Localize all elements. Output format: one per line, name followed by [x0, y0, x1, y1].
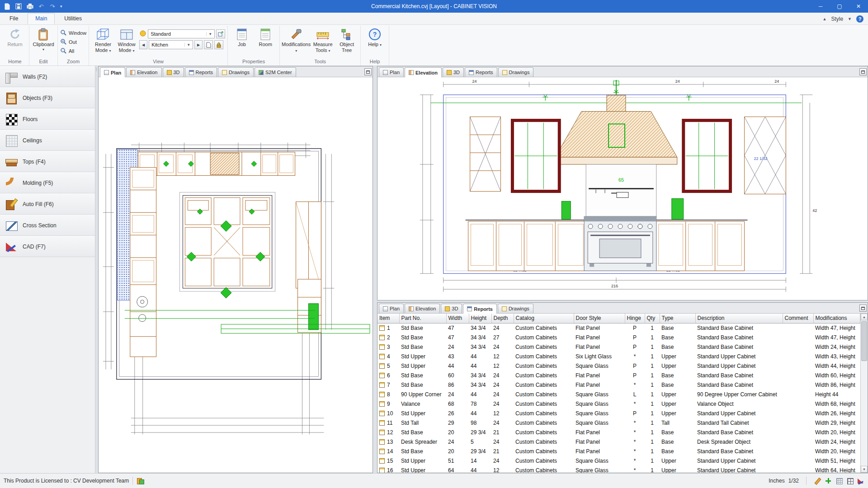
- grid-snap-icon[interactable]: [846, 477, 854, 484]
- room-select[interactable]: Kitchen ▼: [149, 40, 193, 49]
- tab-s2m-center[interactable]: S2M Center: [255, 67, 296, 77]
- column-header-hinge[interactable]: Hinge: [625, 314, 645, 323]
- table-row[interactable]: 10Std Upper264412Custom CabinetsSquare G…: [377, 408, 860, 418]
- tab-drawings[interactable]: Drawings: [218, 67, 254, 77]
- style-select[interactable]: Standard ▼: [148, 29, 215, 38]
- table-row[interactable]: 13Desk Spreader24524Custom CabinetsFlat …: [377, 437, 860, 446]
- modifications-button[interactable]: Modifications ▾: [282, 26, 310, 53]
- apply-style-button[interactable]: [216, 29, 225, 38]
- style-menu[interactable]: Style: [831, 16, 843, 22]
- column-header-comment[interactable]: Comment: [783, 314, 813, 323]
- render-mode-button[interactable]: Render Mode ▾: [91, 26, 115, 53]
- tab-drawings[interactable]: Drawings: [498, 304, 533, 313]
- column-header-door-style[interactable]: Door Style: [574, 314, 625, 323]
- table-row[interactable]: 2Std Base4734 3/427Custom CabinetsFlat P…: [377, 333, 860, 342]
- help-icon[interactable]: ?: [856, 15, 863, 23]
- sidebar-item-cad-f7[interactable]: CAD (F7): [0, 236, 95, 257]
- precision-label[interactable]: 1/32: [788, 478, 799, 484]
- scroll-up-icon[interactable]: ▲: [861, 314, 868, 320]
- tab-main[interactable]: Main: [28, 13, 55, 24]
- grid-toggle-icon[interactable]: [835, 477, 843, 484]
- previous-room-button[interactable]: ◀: [139, 40, 147, 49]
- new-file-icon[interactable]: [4, 3, 11, 10]
- tab-3d[interactable]: 3D: [163, 67, 184, 77]
- tab-utilities[interactable]: Utilities: [57, 13, 90, 24]
- reports-vertical-scrollbar[interactable]: ▲ ▼: [860, 314, 868, 473]
- maximize-plan-panel-button[interactable]: [364, 68, 372, 75]
- undo-icon[interactable]: ↶: [38, 3, 45, 10]
- column-header-width[interactable]: Width: [446, 314, 469, 323]
- sidebar-item-tops-f4[interactable]: Tops (F4): [0, 151, 95, 172]
- table-row[interactable]: 890 Upper Corner244424Custom CabinetsSqu…: [377, 389, 860, 399]
- table-row[interactable]: 16Std Upper644412Custom CabinetsSquare G…: [377, 465, 860, 473]
- sidebar-item-auto-fill-f6[interactable]: Auto Fill (F6): [0, 193, 95, 215]
- units-label[interactable]: Inches: [769, 478, 784, 484]
- close-button[interactable]: ✕: [849, 0, 868, 13]
- job-button[interactable]: Job: [230, 26, 254, 47]
- zoom-out-button[interactable]: Out: [60, 38, 86, 46]
- sidebar-splitter[interactable]: ⦙: [95, 66, 98, 473]
- window-mode-button[interactable]: Window Mode ▾: [115, 26, 138, 53]
- tab-elevation[interactable]: Elevation: [126, 67, 161, 77]
- column-header-description[interactable]: Description: [695, 314, 783, 323]
- tab-drawings[interactable]: Drawings: [498, 67, 534, 77]
- column-header-height[interactable]: Height: [469, 314, 491, 323]
- sidebar-item-walls-f2[interactable]: Walls (F2): [0, 66, 95, 87]
- tab-3d[interactable]: 3D: [443, 67, 464, 77]
- scrollbar-thumb[interactable]: [861, 321, 867, 361]
- column-header-type[interactable]: Type: [660, 314, 695, 323]
- tab-reports[interactable]: Reports: [185, 67, 217, 77]
- snap-toggle-icon[interactable]: [825, 477, 832, 484]
- scroll-down-icon[interactable]: ▼: [861, 466, 868, 473]
- maximize-elevation-panel-button[interactable]: [859, 68, 867, 75]
- plan-drawing-canvas[interactable]: [99, 77, 373, 473]
- table-row[interactable]: 4Std Upper434412Custom CabinetsSix Light…: [377, 352, 860, 361]
- lock-room-button[interactable]: [214, 40, 223, 49]
- column-header-modifications[interactable]: Modifications: [813, 314, 860, 323]
- table-row[interactable]: 5Std Upper444412Custom CabinetsSquare Gl…: [377, 361, 860, 371]
- column-header-item[interactable]: Item: [377, 314, 399, 323]
- tab-plan[interactable]: Plan: [379, 67, 404, 77]
- style-menu-caret-icon[interactable]: ▼: [848, 17, 852, 21]
- customize-quick-access-icon[interactable]: ▾: [60, 4, 62, 9]
- print-icon[interactable]: [26, 3, 33, 10]
- tab-elevation[interactable]: Elevation: [405, 67, 442, 77]
- tab-reports[interactable]: Reports: [465, 67, 497, 77]
- column-header-catalog[interactable]: Catalog: [514, 314, 574, 323]
- zoom-window-button[interactable]: Window: [60, 29, 86, 37]
- table-row[interactable]: 15Std Upper511424Custom CabinetsSquare G…: [377, 456, 860, 465]
- sidebar-item-ceilings[interactable]: Ceilings: [0, 130, 95, 151]
- tab-3d[interactable]: 3D: [441, 304, 462, 313]
- table-row[interactable]: 14Std Base2029 3/421Custom CabinetsFlat …: [377, 446, 860, 456]
- maximize-reports-panel-button[interactable]: [859, 305, 867, 312]
- room-button[interactable]: Room: [254, 26, 277, 47]
- tab-plan[interactable]: Plan: [100, 67, 125, 77]
- sidebar-item-cross-section[interactable]: Cross Section: [0, 215, 95, 236]
- table-row[interactable]: 9Valance687824Custom CabinetsSquare Glas…: [377, 399, 860, 408]
- table-row[interactable]: 1Std Base4734 3/424Custom CabinetsFlat P…: [377, 323, 860, 333]
- column-header-qty[interactable]: Qty: [645, 314, 660, 323]
- table-row[interactable]: 3Std Base2434 3/424Custom CabinetsFlat P…: [377, 342, 860, 352]
- sidebar-item-objects-f3[interactable]: Objects (F3): [0, 87, 95, 108]
- minimize-button[interactable]: ─: [811, 0, 830, 13]
- table-row[interactable]: 11Std Tall299824Custom CabinetsSquare Gl…: [377, 418, 860, 427]
- table-row[interactable]: 6Std Base6034 3/424Custom CabinetsFlat P…: [377, 371, 860, 380]
- next-room-button[interactable]: ▶: [194, 40, 203, 49]
- clipboard-button[interactable]: Clipboard ▾: [32, 26, 55, 52]
- minimize-ribbon-icon[interactable]: ▲: [822, 17, 826, 21]
- table-row[interactable]: 12Std Base2029 3/421Custom CabinetsFlat …: [377, 427, 860, 437]
- sidebar-item-floors[interactable]: Floors: [0, 108, 95, 130]
- help-button[interactable]: ? Help ▾: [363, 26, 387, 47]
- zoom-all-button[interactable]: All: [60, 47, 86, 55]
- panel-splitter[interactable]: [373, 66, 377, 473]
- save-icon[interactable]: [15, 3, 22, 10]
- object-tree-button[interactable]: Object Tree: [335, 26, 358, 53]
- column-header-depth[interactable]: Depth: [491, 314, 514, 323]
- sidebar-item-molding-f5[interactable]: Molding (F5): [0, 172, 95, 193]
- tab-file[interactable]: File: [2, 13, 26, 24]
- table-row[interactable]: 7Std Base8634 3/424Custom CabinetsFlat P…: [377, 380, 860, 389]
- maximize-button[interactable]: ▢: [830, 0, 849, 13]
- sketch-mode-icon[interactable]: [814, 477, 821, 484]
- tab-elevation[interactable]: Elevation: [405, 304, 440, 313]
- return-button[interactable]: Return: [3, 26, 27, 47]
